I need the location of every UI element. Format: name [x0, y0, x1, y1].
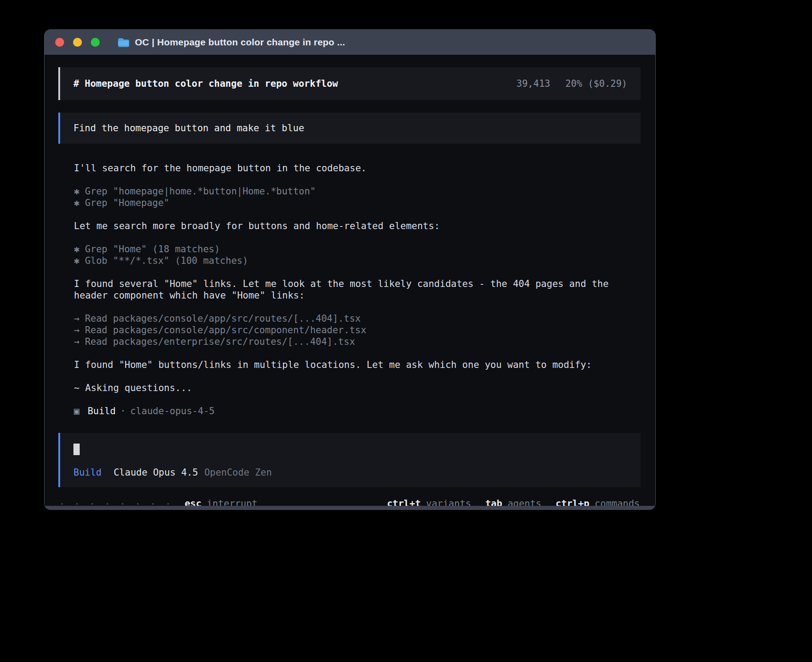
zoom-button[interactable] [91, 38, 100, 47]
shortcuts-left: escinterrupt [185, 498, 258, 506]
blank-line [74, 301, 641, 313]
status-left: · · · · · · · · escinterrupt [59, 498, 257, 506]
shortcut-label: interrupt [207, 498, 258, 506]
assistant-text-line: I found several "Home" links. Let me loo… [74, 278, 641, 290]
tool-call-text: Grep "Home" (18 matches) [85, 244, 220, 254]
window-controls [55, 38, 100, 47]
tool-icon: → [74, 325, 80, 335]
tool-call-text: Read packages/console/app/src/component/… [85, 325, 366, 335]
tool-call-text: Grep "Homepage" [85, 198, 170, 208]
tool-call-line: →Read packages/console/app/src/component… [74, 324, 641, 336]
token-count: 39,413 [516, 78, 550, 89]
close-button[interactable] [55, 38, 64, 47]
status-right: ctrl+tvariantstabagentsctrl+pcommands [373, 498, 640, 506]
shortcut-key: ctrl+p [556, 498, 589, 506]
blank-line [74, 174, 641, 186]
keyboard-shortcut: ctrl+pcommands [556, 498, 640, 506]
model-provider: OpenCode Zen [204, 467, 272, 478]
active-agent: Build [73, 467, 102, 478]
shortcut-key: esc [185, 498, 202, 506]
title-group: OC | Homepage button color change in rep… [118, 37, 345, 48]
separator-dot: · [120, 406, 126, 416]
tool-call-text: Read packages/enterprise/src/routes/[...… [85, 336, 355, 347]
blank-line [74, 209, 641, 220]
text-cursor [73, 444, 80, 455]
session-header: # Homepage button color change in repo w… [58, 67, 641, 100]
input-line[interactable] [73, 444, 627, 455]
tool-call-line: →Read packages/console/app/src/routes/[.… [74, 313, 641, 324]
shortcut-key: tab [485, 498, 502, 506]
keyboard-shortcut: escinterrupt [185, 498, 258, 506]
assistant-text-line: I found "Home" buttons/links in multiple… [74, 359, 641, 371]
spinner-dots: · · · · · · · · [59, 498, 173, 506]
blank-line [74, 266, 641, 278]
prompt-input[interactable]: BuildClaude Opus 4.5OpenCode Zen [58, 433, 641, 487]
tool-call-text: Grep "homepage|home.*button|Home.*button… [85, 186, 316, 197]
shortcut-label: agents [508, 498, 541, 506]
tool-icon: → [74, 313, 80, 324]
active-model: Claude Opus 4.5 [114, 467, 198, 478]
shortcut-label: variants [426, 498, 471, 506]
agent-model: claude-opus-4-5 [130, 406, 215, 416]
tool-call-line: ✱Grep "Home" (18 matches) [74, 243, 641, 255]
folder-icon [118, 37, 130, 47]
assistant-text-line: header component which have "Home" links… [74, 290, 641, 301]
tool-call-line: ✱Glob "**/*.tsx" (100 matches) [74, 255, 641, 266]
assistant-text-line: I'll search for the homepage button in t… [74, 162, 641, 174]
context-usage: 20% ($0.29) [565, 78, 627, 89]
shortcut-key: ctrl+t [387, 498, 421, 506]
tool-icon: → [74, 336, 80, 347]
blank-line [74, 347, 641, 359]
terminal-window: OC | Homepage button color change in rep… [44, 29, 656, 510]
window-title: OC | Homepage button color change in rep… [135, 37, 345, 48]
agent-badge-icon: ▣ [74, 406, 80, 416]
agent-name: Build [88, 406, 116, 416]
tool-call-line: ✱Grep "homepage|home.*button|Home.*butto… [74, 186, 641, 197]
conversation: I'll search for the homepage button in t… [58, 162, 641, 417]
blank-line [74, 394, 641, 405]
user-message-text: Find the homepage button and make it blu… [73, 123, 304, 133]
session-stats: 39,413 20% ($0.29) [516, 78, 627, 89]
tool-call-line: ✱Grep "Homepage" [74, 197, 641, 209]
tool-call-text: Glob "**/*.tsx" (100 matches) [85, 255, 248, 266]
tool-icon: ✱ [74, 186, 80, 197]
assistant-text-line: Let me search more broadly for buttons a… [74, 220, 641, 232]
tool-icon: ✱ [74, 255, 80, 266]
minimize-button[interactable] [73, 38, 82, 47]
tool-icon: ✱ [74, 198, 80, 208]
assistant-text-line: ~ Asking questions... [74, 382, 641, 394]
tool-call-line: →Read packages/enterprise/src/routes/[..… [74, 336, 641, 347]
keyboard-shortcut: ctrl+tvariants [387, 498, 471, 506]
agent-status-line: ▣Build·claude-opus-4-5 [74, 405, 641, 417]
terminal-content: # Homepage button color change in repo w… [45, 55, 655, 506]
model-status: BuildClaude Opus 4.5OpenCode Zen [73, 467, 627, 478]
user-message: Find the homepage button and make it blu… [58, 113, 641, 144]
tool-icon: ✱ [74, 244, 80, 254]
tool-call-text: Read packages/console/app/src/routes/[..… [85, 313, 361, 324]
status-bar: · · · · · · · · escinterrupt ctrl+tvaria… [58, 498, 641, 506]
titlebar[interactable]: OC | Homepage button color change in rep… [45, 30, 655, 55]
blank-line [74, 232, 641, 243]
blank-line [74, 371, 641, 382]
shortcut-label: commands [595, 498, 640, 506]
session-title: # Homepage button color change in repo w… [73, 78, 338, 89]
keyboard-shortcut: tabagents [485, 498, 541, 506]
